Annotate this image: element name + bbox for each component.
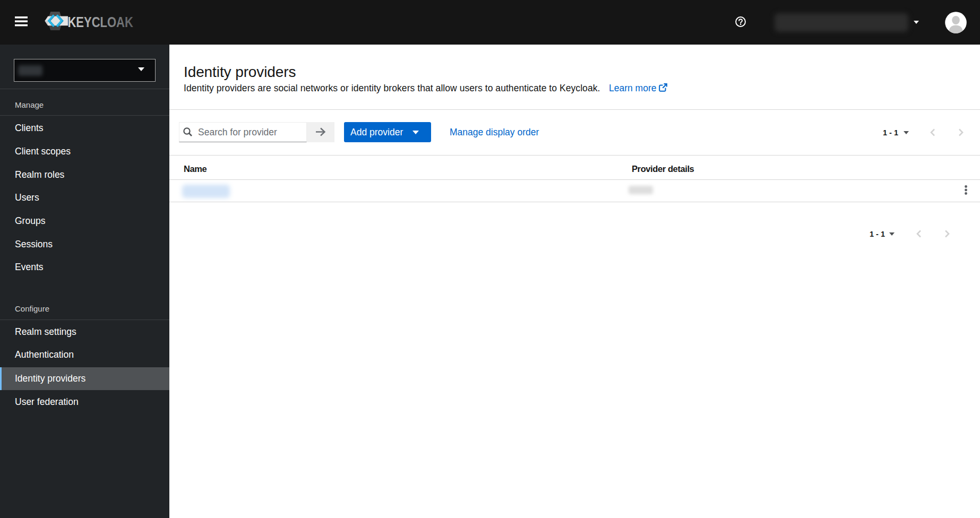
svg-text:KEYCLOAK: KEYCLOAK (67, 14, 133, 30)
